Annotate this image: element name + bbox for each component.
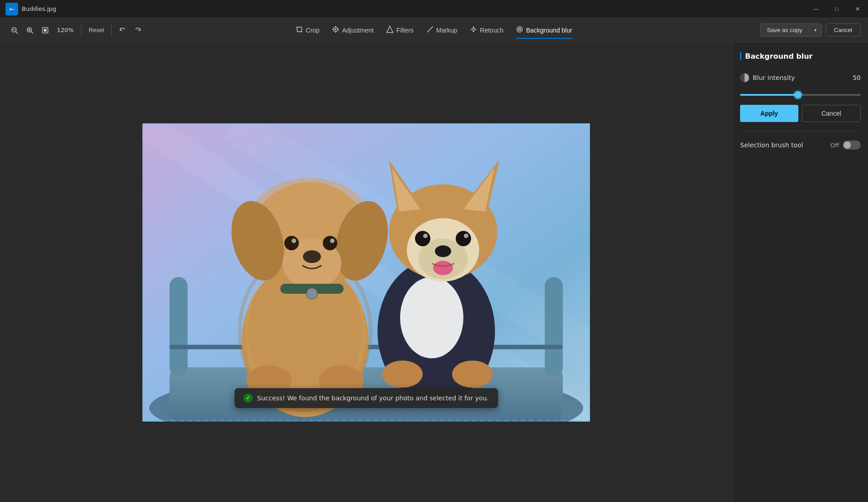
- back-button[interactable]: ←: [5, 3, 18, 15]
- main-area: ✓ Success! We found the background of yo…: [0, 42, 868, 502]
- svg-line-21: [431, 27, 433, 28]
- reset-button[interactable]: Reset: [85, 25, 108, 35]
- zoom-level-display: 120%: [53, 27, 77, 33]
- tab-filters[interactable]: Filters: [380, 22, 420, 38]
- tab-retouch[interactable]: Retouch: [464, 22, 510, 38]
- crop-icon: [296, 26, 303, 34]
- svg-rect-9: [297, 27, 302, 32]
- toggle-off-label: Off: [830, 142, 839, 149]
- filename-label: Buddies.jpg: [22, 5, 56, 12]
- panel-title-text: Background blur: [745, 52, 812, 61]
- blur-intensity-value: 50: [848, 74, 861, 81]
- selection-brush-row: Selection brush tool Off: [740, 141, 861, 150]
- close-button[interactable]: ✕: [847, 0, 868, 18]
- save-copy-button[interactable]: Save as copy: [760, 24, 808, 36]
- zoom-in-button[interactable]: [23, 23, 37, 38]
- maximize-button[interactable]: □: [826, 0, 847, 18]
- svg-point-24: [519, 29, 520, 30]
- tab-crop-label: Crop: [306, 27, 319, 34]
- zoom-out-button[interactable]: [7, 23, 22, 38]
- panel-divider: [740, 131, 861, 131]
- tab-background-blur[interactable]: Background blur: [510, 22, 579, 38]
- fit-to-window-button[interactable]: [38, 23, 52, 38]
- toolbar-divider-1: [81, 25, 81, 36]
- toast-message: Success! We found the background of your…: [257, 394, 489, 402]
- success-icon: ✓: [244, 394, 253, 403]
- blur-intensity-label: Blur intensity: [753, 74, 844, 81]
- save-copy-control: Save as copy ▾: [760, 23, 821, 37]
- markup-icon: [426, 26, 434, 34]
- toolbar: 120% Reset Crop: [0, 18, 868, 42]
- tab-markup[interactable]: Markup: [420, 22, 464, 38]
- svg-point-13: [335, 28, 337, 30]
- filters-icon: [387, 26, 394, 34]
- nav-tabs: Crop Adjustment Filters: [289, 22, 578, 38]
- svg-line-1: [16, 32, 18, 33]
- panel-header: Background blur: [740, 52, 861, 62]
- tab-adjustment-label: Adjustment: [342, 27, 374, 34]
- slider-thumb: [794, 91, 802, 99]
- slider-track: [740, 94, 861, 96]
- blur-intensity-row: Blur intensity 50: [740, 73, 861, 82]
- retouch-icon: [470, 26, 477, 34]
- blur-intensity-icon: [740, 73, 749, 82]
- back-icon: ←: [9, 5, 14, 13]
- cancel-panel-button[interactable]: Cancel: [802, 105, 861, 122]
- image-container: ✓ Success! We found the background of yo…: [142, 123, 590, 422]
- background-blur-icon: [516, 26, 524, 34]
- svg-rect-8: [44, 29, 47, 32]
- selection-brush-label: Selection brush tool: [740, 141, 827, 149]
- title-accent-bar: [740, 52, 741, 61]
- blur-slider-container: [740, 94, 861, 96]
- adjustment-icon: [332, 26, 340, 34]
- tab-retouch-label: Retouch: [480, 27, 504, 34]
- canvas-area: ✓ Success! We found the background of yo…: [0, 42, 732, 502]
- side-panel: Background blur Blur intensity 50 Apply …: [732, 42, 868, 502]
- titlebar: ← Buddies.jpg ─ □ ✕: [0, 0, 868, 18]
- svg-marker-18: [387, 26, 393, 33]
- tab-crop[interactable]: Crop: [289, 22, 326, 38]
- success-toast: ✓ Success! We found the background of yo…: [235, 388, 498, 408]
- photo-canvas: [142, 123, 590, 422]
- redo-button[interactable]: [131, 23, 145, 38]
- tab-filters-label: Filters: [396, 27, 414, 34]
- slider-fill: [740, 94, 798, 96]
- svg-line-4: [31, 32, 33, 33]
- window-controls: ─ □ ✕: [806, 0, 868, 18]
- apply-cancel-row: Apply Cancel: [740, 105, 861, 122]
- selection-brush-toggle[interactable]: [843, 141, 861, 150]
- minimize-button[interactable]: ─: [806, 0, 826, 18]
- toolbar-left: 120% Reset: [7, 23, 145, 38]
- toolbar-right: Save as copy ▾ Cancel: [760, 23, 861, 37]
- apply-button[interactable]: Apply: [740, 105, 798, 122]
- svg-rect-67: [142, 123, 590, 422]
- tab-adjustment[interactable]: Adjustment: [326, 22, 380, 38]
- tab-background-blur-label: Background blur: [526, 27, 572, 34]
- photo-illustration: [142, 123, 590, 422]
- cancel-header-button[interactable]: Cancel: [826, 23, 861, 37]
- tab-markup-label: Markup: [436, 27, 458, 34]
- checkmark-icon: ✓: [246, 395, 250, 401]
- toolbar-divider-2: [111, 25, 112, 36]
- toggle-thumb: [844, 141, 851, 149]
- panel-title: Background blur: [740, 52, 861, 61]
- undo-button[interactable]: [115, 23, 130, 38]
- save-copy-dropdown-button[interactable]: ▾: [809, 28, 821, 33]
